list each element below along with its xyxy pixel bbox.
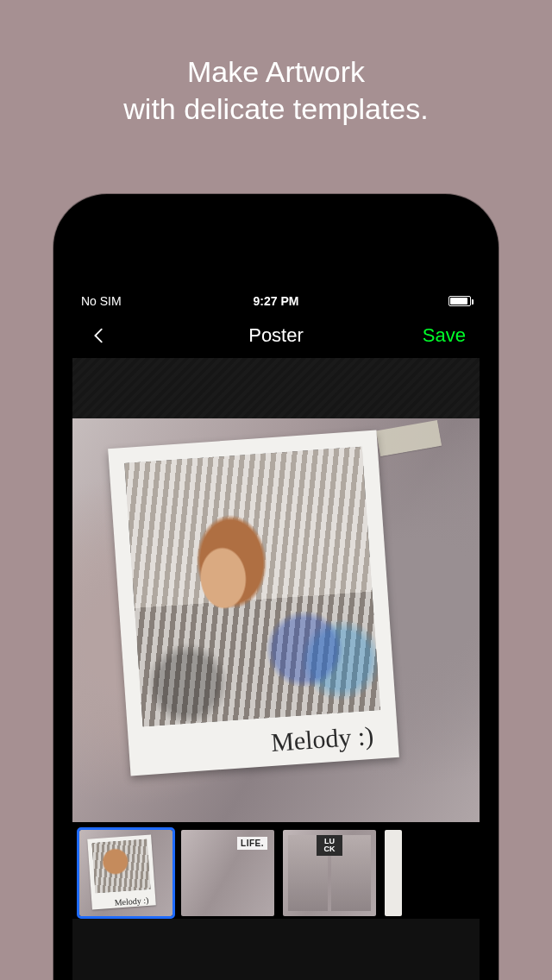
tape-decoration: [376, 420, 442, 456]
thumb-badge: LIFE.: [237, 837, 267, 850]
promo-headline: Make Artwork with delicate templates.: [0, 53, 552, 127]
status-time: 9:27 PM: [72, 294, 480, 308]
battery-icon: [448, 296, 471, 306]
thumb-polaroid-frame: Melody :): [87, 835, 156, 910]
page-title: Poster: [72, 324, 480, 347]
thumb-label: LU CK: [317, 835, 342, 856]
template-thumb-life[interactable]: LIFE.: [181, 830, 274, 916]
thumb-photo: [92, 839, 151, 893]
phone-frame: No SIM 9:27 PM Poster Save Melody :): [53, 194, 499, 980]
template-thumb-polaroid[interactable]: Melody :): [79, 830, 172, 916]
nav-bar: Poster Save: [72, 313, 480, 358]
artwork-canvas[interactable]: Melody :): [72, 418, 480, 822]
promo-line-1: Make Artwork: [0, 53, 552, 91]
template-strip: Melody :) LIFE. LU CK: [72, 822, 480, 919]
artwork-photo: [124, 447, 380, 727]
template-thumb-next[interactable]: [385, 830, 402, 916]
toolbar-stripe: [72, 358, 480, 418]
template-thumb-luck[interactable]: LU CK: [283, 830, 376, 916]
polaroid-frame[interactable]: Melody :): [108, 430, 399, 776]
phone-screen: No SIM 9:27 PM Poster Save Melody :): [72, 289, 480, 980]
thumb-caption: Melody :): [114, 895, 148, 908]
promo-line-2: with delicate templates.: [0, 91, 552, 128]
status-bar: No SIM 9:27 PM: [72, 289, 480, 313]
artwork-caption[interactable]: Melody :): [270, 721, 374, 757]
